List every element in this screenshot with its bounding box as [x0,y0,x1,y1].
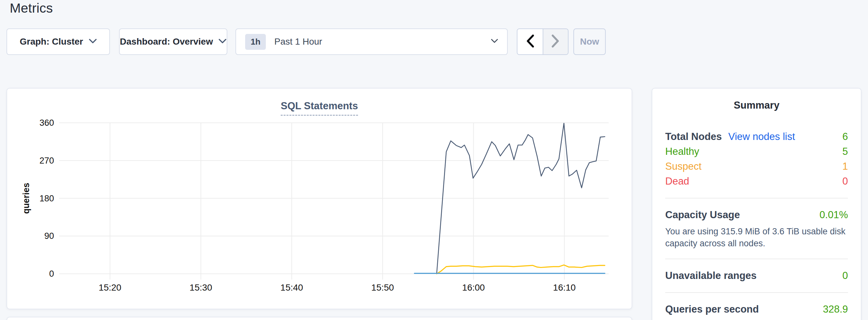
time-nav-group [517,28,568,55]
chevron-left-icon [526,34,534,49]
next-chart-card [6,317,632,320]
x-axis-tick-label: 15:40 [280,283,303,292]
dashboard-select-label: Dashboard: Overview [120,36,213,47]
page-title: Metrics [10,1,53,16]
series-line-series-2 [437,265,605,274]
summary-panel: Summary Total Nodes View nodes list 6 He… [652,88,862,320]
chevron-down-icon [89,39,97,45]
capacity-usage-section: Capacity Usage 0.01% You are using 315.9… [665,207,848,250]
sql-statements-chart[interactable]: 09018027036015:2015:3015:4015:5016:0016:… [7,89,633,309]
y-axis-tick-label: 360 [39,118,54,128]
time-range-label: Past 1 Hour [274,36,483,47]
unavailable-ranges-label: Unavailable ranges [665,268,757,283]
capacity-usage-label: Capacity Usage [665,207,740,222]
node-status-label: Healthy [665,144,699,159]
chevron-right-icon [551,34,560,49]
node-status-value: 0 [842,174,848,189]
unavailable-ranges-value: 0 [842,268,848,283]
x-axis-tick-label: 15:20 [99,283,121,292]
total-nodes-value: 6 [842,129,848,144]
graph-select-label: Graph: Cluster [20,36,83,47]
y-axis-tick-label: 270 [39,156,54,165]
node-status-row: Suspect1 [665,159,848,174]
graph-select-dropdown[interactable]: Graph: Cluster [6,28,110,55]
x-axis-tick-label: 15:30 [189,283,212,292]
node-status-rows: Healthy5Suspect1Dead0 [665,144,848,189]
unavailable-ranges-section: Unavailable ranges 0 [665,268,848,283]
y-axis-tick-label: 0 [49,269,54,279]
queries-per-second-section: Queries per second 328.9 Sum of Selects,… [665,302,848,320]
total-nodes-row: Total Nodes View nodes list 6 [665,129,848,144]
node-status-label: Dead [665,174,689,189]
divider [665,292,848,293]
node-status-value: 1 [842,159,848,174]
dashboard-select-dropdown[interactable]: Dashboard: Overview [119,28,227,55]
summary-title: Summary [665,100,848,111]
node-status-value: 5 [842,144,848,159]
divider [665,259,848,259]
y-axis-tick-label: 180 [39,194,54,203]
node-status-row: Dead0 [665,174,848,189]
sql-statements-chart-card: SQL Statements 09018027036015:2015:3015:… [6,88,632,309]
x-axis-tick-label: 16:00 [462,283,485,292]
queries-per-second-value: 328.9 [823,302,848,317]
chevron-down-icon [219,39,226,45]
view-nodes-list-link[interactable]: View nodes list [728,129,795,144]
chart-title[interactable]: SQL Statements [281,100,358,116]
capacity-usage-value: 0.01% [819,207,848,222]
chevron-down-icon [491,39,498,44]
total-nodes-label: Total Nodes [665,129,722,144]
node-status-label: Suspect [665,159,702,174]
now-button[interactable]: Now [574,28,606,55]
time-range-badge: 1h [245,34,266,50]
capacity-usage-description: You are using 315.9 MiB of 3.6 TiB usabl… [665,226,848,250]
x-axis-tick-label: 15:50 [371,283,394,292]
y-axis-unit-label: queries [21,183,31,214]
divider [665,198,848,198]
node-status-row: Healthy5 [665,144,848,159]
time-window-selector[interactable]: 1h Past 1 Hour [236,28,508,55]
time-prev-button[interactable] [518,29,542,54]
x-axis-tick-label: 16:10 [553,283,576,292]
queries-per-second-label: Queries per second [665,302,759,317]
time-next-button[interactable] [542,29,568,54]
y-axis-tick-label: 90 [44,231,54,241]
